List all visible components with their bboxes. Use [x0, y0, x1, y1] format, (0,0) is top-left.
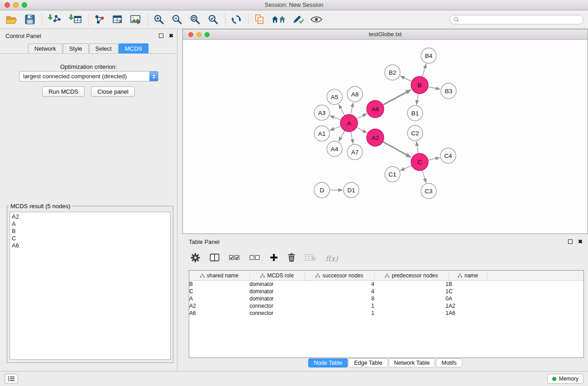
edge-B-B3[interactable] — [429, 87, 440, 89]
mcds-result-item[interactable]: B — [12, 228, 168, 235]
edge-A-A1[interactable] — [330, 126, 341, 130]
tab-motifs[interactable]: Motifs — [436, 358, 462, 367]
select-all-button[interactable] — [229, 254, 240, 262]
zoom-in-button[interactable] — [152, 13, 166, 26]
graph-node-B4[interactable]: B4 — [421, 48, 436, 63]
network-canvas[interactable]: B4B2BB3A5A8A6A3B1AC2A1A2A4A7C4CC1DD1C3 — [183, 40, 588, 234]
task-history-button[interactable] — [5, 374, 18, 384]
criterion-dropdown[interactable]: largest connected component (directed) — [19, 71, 158, 81]
new-table-button[interactable] — [110, 13, 125, 26]
table-row[interactable]: Adominator80A — [189, 295, 583, 302]
export-image-button[interactable] — [129, 13, 143, 26]
mcds-result-item[interactable]: A — [12, 220, 168, 228]
graph-node-A[interactable]: A — [340, 114, 358, 132]
graph-node-C1[interactable]: C1 — [385, 167, 400, 182]
edge-A-A2[interactable] — [357, 128, 367, 133]
node-table-container[interactable]: shared nameMCDS rolesuccessor nodesprede… — [189, 270, 584, 358]
table-settings-button[interactable] — [191, 253, 200, 264]
control-tab-network[interactable]: Network — [28, 43, 62, 53]
import-table-button[interactable] — [67, 13, 84, 26]
tab-network-table[interactable]: Network Table — [389, 358, 435, 367]
edge-A-A8[interactable] — [351, 103, 353, 114]
control-tab-style[interactable]: Style — [63, 43, 89, 53]
new-network-button[interactable] — [92, 13, 107, 26]
zoom-out-button[interactable] — [170, 13, 184, 26]
edge-A-A6[interactable] — [357, 114, 367, 119]
column-header-shared-name[interactable]: shared name — [189, 271, 249, 281]
column-header-mcds-role[interactable]: MCDS role — [249, 271, 305, 281]
show-graphics-button[interactable] — [309, 13, 324, 26]
show-columns-button[interactable] — [210, 253, 220, 263]
graph-node-C3[interactable]: C3 — [421, 183, 436, 199]
mcds-result-item[interactable]: A2 — [12, 213, 168, 220]
tab-edge-table[interactable]: Edge Table — [349, 358, 387, 367]
graph-node-A4[interactable]: A4 — [327, 141, 342, 157]
edge-A-A7[interactable] — [351, 132, 353, 144]
edge-A-A4[interactable] — [339, 131, 344, 141]
graph-node-A6[interactable]: A6 — [367, 100, 384, 118]
search-box[interactable] — [449, 15, 583, 24]
search-input[interactable] — [461, 16, 579, 23]
table-row[interactable]: A2connector11A2 — [189, 302, 583, 310]
mcds-result-list[interactable]: A2ABCA6 — [10, 212, 171, 360]
float-panel-icon[interactable] — [159, 33, 163, 38]
graph-node-A1[interactable]: A1 — [314, 126, 330, 141]
edge-A-A3[interactable] — [330, 116, 341, 120]
graph-node-B1[interactable]: B1 — [407, 105, 423, 121]
graph-node-C4[interactable]: C4 — [440, 148, 456, 163]
network-graph[interactable]: B4B2BB3A5A8A6A3B1AC2A1A2A4A7C4CC1DD1C3 — [183, 40, 588, 234]
graph-node-A5[interactable]: A5 — [327, 89, 342, 105]
open-recent-button[interactable] — [252, 13, 267, 26]
table-row[interactable]: Cdominator41C — [189, 288, 583, 295]
refresh-button[interactable] — [229, 13, 244, 26]
edge-C-C4[interactable] — [429, 157, 440, 160]
open-session-button[interactable] — [5, 13, 19, 26]
edge-A-A5[interactable] — [339, 105, 344, 115]
save-session-button[interactable] — [23, 13, 37, 26]
edge-A2-C[interactable] — [383, 142, 411, 157]
table-row[interactable]: Bdominator41B — [189, 281, 583, 288]
graph-node-B[interactable]: B — [411, 76, 428, 94]
mcds-result-item[interactable]: A6 — [12, 242, 168, 249]
delete-column-button[interactable] — [287, 253, 296, 264]
apply-style-button[interactable] — [291, 13, 306, 26]
float-panel-icon[interactable] — [568, 239, 573, 244]
graph-node-D1[interactable]: D1 — [344, 182, 359, 198]
control-tab-select[interactable]: Select — [89, 43, 118, 53]
edge-B-B4[interactable] — [422, 64, 426, 76]
column-header-successor-nodes[interactable]: successor nodes — [305, 271, 374, 281]
edge-A6-B[interactable] — [383, 90, 411, 105]
function-builder-button[interactable]: f(x) — [325, 254, 338, 263]
column-header-predecessor-nodes[interactable]: predecessor nodes — [374, 271, 449, 281]
delete-table-button-disabled[interactable] — [305, 254, 316, 263]
add-column-button[interactable] — [270, 253, 278, 263]
graph-node-B2[interactable]: B2 — [385, 65, 400, 80]
close-panel-icon[interactable]: ✖ — [169, 33, 173, 38]
graph-node-B3[interactable]: B3 — [441, 83, 456, 99]
zoom-fit-button[interactable] — [188, 13, 202, 26]
edge-B-B2[interactable] — [400, 76, 411, 81]
import-network-button[interactable] — [46, 13, 63, 26]
edge-C-C1[interactable] — [400, 166, 411, 171]
network-window-titlebar[interactable]: testGlobe.txt — [183, 29, 588, 40]
deselect-all-button[interactable] — [249, 254, 260, 262]
edge-C-C2[interactable] — [416, 142, 418, 153]
graph-node-A2[interactable]: A2 — [367, 129, 384, 146]
tab-node-table[interactable]: Node Table — [308, 358, 348, 367]
column-header-name[interactable]: name — [449, 271, 487, 281]
close-panel-button[interactable]: Close panel — [91, 86, 135, 97]
graph-node-C2[interactable]: C2 — [407, 125, 423, 141]
graph-node-D[interactable]: D — [314, 182, 330, 198]
graph-node-C[interactable]: C — [411, 153, 428, 171]
table-row[interactable]: A6connector11A6 — [189, 310, 583, 317]
edge-C-C3[interactable] — [422, 171, 426, 183]
edge-B-B1[interactable] — [416, 94, 418, 105]
graph-node-A8[interactable]: A8 — [347, 86, 363, 102]
run-mcds-button[interactable]: Run MCDS — [42, 86, 85, 97]
home-button[interactable] — [270, 13, 287, 26]
zoom-selected-button[interactable] — [206, 13, 220, 26]
graph-node-A7[interactable]: A7 — [347, 144, 363, 160]
graph-node-A3[interactable]: A3 — [314, 105, 330, 120]
mcds-result-item[interactable]: C — [12, 235, 168, 242]
close-panel-icon[interactable]: ✖ — [578, 239, 583, 244]
